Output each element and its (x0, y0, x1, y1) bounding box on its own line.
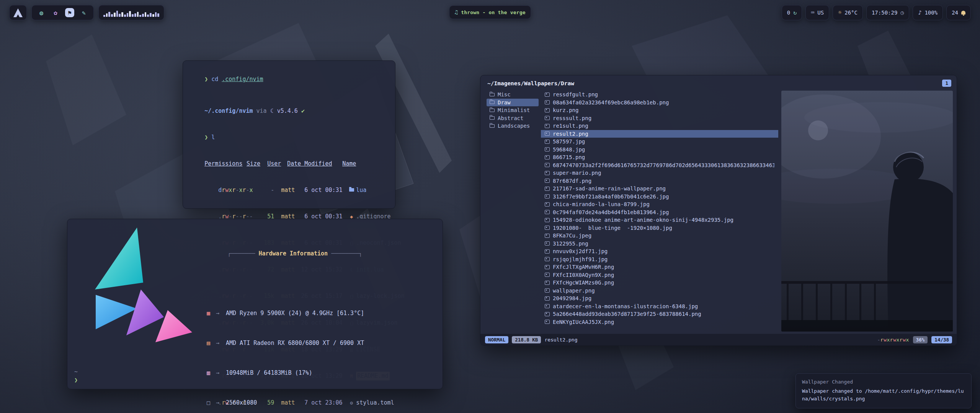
file-item[interactable]: atardecer-en-la-montanas-ilustracion-634… (541, 302, 778, 311)
workspace-button[interactable]: ✎ (79, 8, 88, 17)
file-item[interactable]: kurz.png (541, 106, 778, 114)
image-file-icon (545, 116, 550, 120)
folder-item[interactable]: Draw (487, 99, 539, 107)
visualizer-bar (142, 14, 144, 17)
visualizer-bar (121, 12, 123, 17)
hardware-lines: ▦→AMD Ryzen 9 5900X (24) @ 4.9GHz [61.3°… (207, 280, 435, 413)
media-player-module[interactable]: ♫ thrown - on the verge (449, 5, 531, 19)
file-item[interactable]: wallpaper.png (541, 287, 778, 295)
notifications-module[interactable]: 24 (946, 5, 971, 20)
folder-name: Draw (498, 99, 511, 106)
file-item[interactable]: result2.png (541, 130, 778, 138)
visualizer-bar (132, 14, 134, 17)
file-owner: matt (276, 186, 299, 195)
selected-file-name: result2.png (544, 337, 577, 343)
info-line: □→980x413 (207, 399, 435, 407)
info-text: 10948MiB / 64183MiB (17%) (226, 369, 312, 377)
folder-name: Landscapes (498, 123, 530, 129)
file-item[interactable]: super-mario.png (541, 169, 778, 177)
updates-module[interactable]: 0 ↻ (782, 5, 802, 20)
file-item[interactable]: 8FKa7Cu.jpeg (541, 232, 778, 240)
visualizer-bar (103, 15, 105, 17)
file-item[interactable]: 20492984.jpg (541, 294, 778, 302)
file-item[interactable]: FXfcJlTXgAMvH6R.png (541, 263, 778, 271)
command-name: l (211, 134, 215, 141)
thermometer-icon: ☼ (838, 10, 841, 16)
col-header-date: Date Modified (285, 159, 333, 168)
image-file-icon (545, 179, 550, 183)
workspace-button[interactable]: ⚑ (65, 8, 74, 17)
file-type-icon (349, 188, 354, 192)
file-item[interactable]: 596848.jpg (541, 146, 778, 154)
visualizer-bar (124, 15, 126, 17)
fastfetch-window[interactable]: ┌─────── Hardware Information ────────┐ … (67, 219, 443, 389)
workspace-button[interactable]: ✿ (51, 8, 60, 17)
folder-name: Misc (498, 91, 511, 98)
file-name: nnvuv0xj2df71.jpg (553, 248, 608, 254)
prompt-symbol: ❯ (74, 376, 78, 384)
file-item[interactable]: 87r687df.png (541, 177, 778, 185)
folder-item[interactable]: Abstract (487, 114, 539, 122)
file-item[interactable]: 3126f7e9bbf21a8a4af0b67b041c6e26.jpg (541, 193, 778, 201)
file-manager-window[interactable]: ~/Imagenes/Wallpapers/Draw 1 Misc Draw M… (480, 75, 957, 346)
prompt-path: ~ (74, 367, 78, 376)
folder-item[interactable]: Misc (487, 91, 539, 99)
file-item[interactable]: FXfcHgcWIAMzs0G.png (541, 279, 778, 287)
image-file-icon (545, 320, 550, 324)
workspace-button[interactable]: ◍ (37, 8, 46, 17)
file-item[interactable]: ressdfgult.png (541, 91, 778, 99)
folder-icon (490, 124, 495, 128)
terminal-window[interactable]: ❯cd.config/nvim ~/.config/nvimvia☾v5.4.6… (183, 60, 395, 209)
folder-icon (490, 101, 495, 104)
clock-module[interactable]: 17:50:29 ◷ (866, 5, 909, 20)
file-item[interactable]: 0c794faf07de24a4db4d4fb1eb813964.jpg (541, 208, 778, 216)
folder-item[interactable]: Landscapes (487, 122, 539, 130)
file-item[interactable]: 154928-odinokoe_anime-art-anime-okno-sin… (541, 216, 778, 224)
audio-visualizer-module[interactable] (98, 5, 164, 20)
workspace-icon: ✎ (82, 9, 86, 16)
keyboard-layout-module[interactable]: ⌨ US (805, 5, 829, 20)
volume-value: 100% (924, 10, 938, 16)
file-name: 596848.jpg (553, 146, 585, 153)
file-name: super-mario.png (553, 170, 601, 176)
prompt-path: ~/.config/nvim (204, 107, 253, 114)
arrow-icon: → (216, 369, 226, 377)
file-name: re1sult.png (553, 123, 588, 129)
image-file-icon (545, 93, 550, 97)
visualizer-bar (108, 12, 110, 17)
file-item[interactable]: 3122955.png (541, 240, 778, 248)
bar-left-modules: ◍ ✿ ⚑ ✎ (9, 5, 164, 20)
folder-item[interactable]: Minimalist (487, 106, 539, 114)
file-item[interactable]: chica-mirando-la-luna-8799.jpg (541, 200, 778, 208)
file-item[interactable]: 08a634fa02a32364f69ebc86a98eb1eb.png (541, 99, 778, 107)
col-header-user: User (263, 159, 285, 168)
image-file-icon (545, 124, 550, 128)
clock-value: 17:50:29 (872, 10, 897, 16)
scroll-percent-badge: 36% (913, 336, 928, 343)
tab-indicator-badge[interactable]: 1 (942, 80, 951, 87)
file-item[interactable]: re1sult.png (541, 122, 778, 130)
file-item[interactable]: rsjqojlmjhf91.jpg (541, 255, 778, 263)
file-manager-header: ~/Imagenes/Wallpapers/Draw 1 (480, 75, 957, 89)
temperature-module[interactable]: ☼ 26°C (833, 5, 863, 20)
visualizer-bar (150, 13, 152, 17)
file-item[interactable]: nnvuv0xj2df71.jpg (541, 247, 778, 255)
file-item[interactable]: 19201080-__blue-tinge__-1920×1080.jpg (541, 224, 778, 232)
folder-icon (490, 93, 495, 96)
file-item[interactable]: 866715.png (541, 153, 778, 161)
file-item[interactable]: 5a266e448add93deab367d87173e9f25-6837886… (541, 310, 778, 318)
volume-module[interactable]: ♪ 100% (913, 5, 943, 20)
file-item[interactable]: 587597.jpg (541, 138, 778, 146)
notification-popup[interactable]: Wallpaper Changed Wallpaper changed to /… (795, 373, 972, 408)
info-icon: □ (207, 399, 216, 407)
prompt-symbol: ❯ (204, 134, 208, 141)
visualizer-bar (111, 14, 113, 17)
cursor-position-badge: 14/38 (931, 336, 952, 343)
file-item[interactable]: resssult.png (541, 114, 778, 122)
file-item[interactable]: FXfcII0X0AQyn9X.png (541, 271, 778, 279)
file-item[interactable]: 68747470733a2f2f696d616765732d7769786d70… (541, 161, 778, 169)
file-item[interactable]: EeNKYgIUcAAJ5JX.png (541, 318, 778, 326)
arrow-icon: → (216, 310, 226, 317)
app-launcher-button[interactable] (9, 5, 27, 20)
file-item[interactable]: 217167-sad-anime-rain-wallpaper.png (541, 185, 778, 193)
